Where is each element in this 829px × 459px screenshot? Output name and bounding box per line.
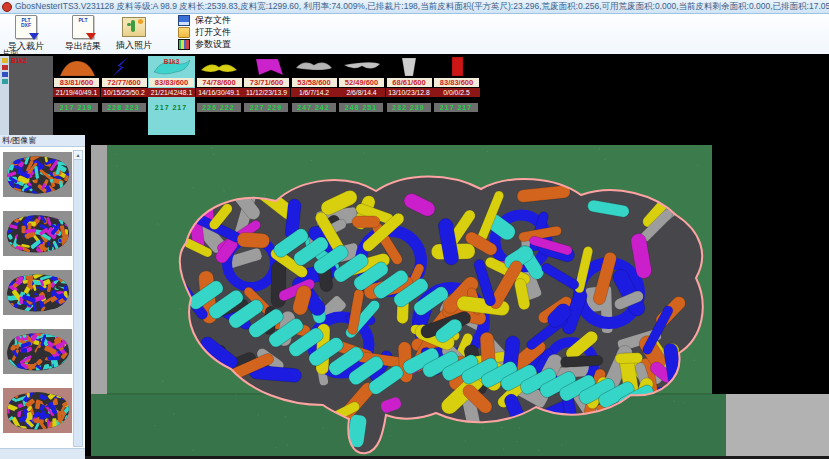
piece-shape-icon bbox=[389, 57, 429, 77]
insert-photo-button[interactable]: 插入照片 bbox=[108, 15, 160, 53]
piece-size-label: 74/78/600 bbox=[197, 78, 242, 87]
window-title: GbosNesterITS3.V231128 皮料等级:A 98.9 皮料长:2… bbox=[15, 1, 829, 13]
nest-preview-image bbox=[3, 329, 72, 374]
leather-photo bbox=[85, 143, 829, 459]
photo-icon bbox=[122, 17, 146, 37]
export-file-icon: PLT bbox=[72, 15, 94, 39]
piece-count-label: 1/6/7/14.2 bbox=[291, 88, 338, 97]
pieces-strip-panel: 片面 B1k2 83/81/600 21/19/40/49.1 217 219 … bbox=[0, 54, 829, 135]
strip-gray-zone bbox=[9, 56, 53, 135]
export-arrow-icon bbox=[86, 33, 96, 40]
piece-chip-value: 248 251 bbox=[339, 103, 383, 112]
piece-cell[interactable]: 73/71/600 11/12/23/13.9 227 229 bbox=[243, 56, 290, 135]
export-result-label: 导出结果 bbox=[57, 40, 109, 53]
settings-icon bbox=[178, 39, 190, 50]
export-result-button[interactable]: PLT 导出结果 bbox=[57, 15, 109, 53]
mini-tool-blue-icon[interactable] bbox=[2, 72, 8, 77]
save-file-button[interactable]: 保存文件 bbox=[178, 15, 231, 26]
app-logo-icon bbox=[2, 2, 12, 12]
save-icon bbox=[178, 15, 190, 26]
piece-shape-icon bbox=[57, 57, 97, 77]
piece-shape-icon bbox=[437, 57, 477, 77]
piece-size-label: 68/61/600 bbox=[387, 78, 432, 87]
toolbar: PLT DXF 导入裁片 PLT 导出结果 插入照片 保存文件 bbox=[0, 14, 829, 55]
piece-count-label: 11/12/23/13.9 bbox=[243, 88, 290, 97]
material-thumbnail[interactable] bbox=[3, 270, 72, 315]
import-file-icon: PLT DXF bbox=[15, 15, 37, 39]
piece-chip-value: 217 217 bbox=[149, 103, 193, 112]
piece-chip-value: 228 223 bbox=[102, 103, 146, 112]
application-window: { "window": { "title": "GbosNesterITS3.V… bbox=[0, 0, 829, 459]
sun-icon bbox=[138, 19, 143, 24]
piece-count-label: 2/6/8/14.4 bbox=[338, 88, 385, 97]
material-thumbnail[interactable] bbox=[3, 388, 72, 433]
piece-cell[interactable]: 74/78/600 14/16/30/49.1 226 222 bbox=[196, 56, 243, 135]
import-arrow-icon bbox=[29, 33, 39, 40]
file-actions-group: 保存文件 打开文件 参数设置 bbox=[178, 15, 231, 51]
sidebar-scrollbar[interactable]: ▲ bbox=[73, 150, 83, 447]
piece-size-label: 83/83/600 bbox=[149, 78, 194, 87]
piece-size-label: 83/83/600 bbox=[434, 78, 479, 87]
open-file-button[interactable]: 打开文件 bbox=[178, 27, 231, 38]
settings-button[interactable]: 参数设置 bbox=[178, 39, 231, 50]
sidebar-bottom-strip bbox=[0, 448, 85, 459]
cactus-icon bbox=[131, 20, 135, 32]
nesting-canvas[interactable] bbox=[85, 135, 829, 459]
mini-tool-yellow-icon[interactable] bbox=[2, 58, 8, 63]
piece-shape-icon bbox=[104, 57, 144, 77]
piece-size-label: 83/81/600 bbox=[54, 78, 99, 87]
nest-preview-image bbox=[3, 388, 72, 433]
sidebar-caption: 料/图像窗 bbox=[0, 135, 85, 147]
piece-chip-value: 217 217 bbox=[434, 103, 478, 112]
nest-preview-image bbox=[3, 270, 72, 315]
scroll-up-icon[interactable]: ▲ bbox=[74, 151, 82, 160]
piece-count-label: 21/19/40/49.1 bbox=[53, 88, 100, 97]
material-thumbnail[interactable] bbox=[3, 152, 72, 197]
strip-mini-toolbar[interactable] bbox=[0, 56, 9, 135]
piece-count-label: 21/21/42/48.1 bbox=[148, 88, 195, 97]
piece-name-note: B1k2 bbox=[11, 57, 27, 64]
piece-size-label: 72/77/600 bbox=[102, 78, 147, 87]
piece-cell[interactable]: B1k3 83/83/600 21/21/42/48.1 217 217 bbox=[148, 56, 195, 135]
piece-chip-value: 227 229 bbox=[244, 103, 288, 112]
material-image-sidebar: 料/图像窗 1 2 3 4 5 ▲ bbox=[0, 135, 86, 459]
piece-count-label: 10/15/25/50.2 bbox=[101, 88, 148, 97]
piece-chip-value: 232 239 bbox=[387, 103, 431, 112]
piece-size-label: 53/58/600 bbox=[292, 78, 337, 87]
piece-chip-value: 226 222 bbox=[197, 103, 241, 112]
piece-count-label: 0/0/0/2.5 bbox=[433, 88, 480, 97]
mini-tool-red-icon[interactable] bbox=[2, 65, 8, 70]
piece-size-label: 73/71/600 bbox=[244, 78, 289, 87]
piece-shape-icon bbox=[199, 57, 239, 77]
piece-shape-icon bbox=[342, 57, 382, 77]
piece-cell[interactable]: 83/83/600 0/0/0/2.5 217 217 bbox=[433, 56, 480, 135]
piece-shape-icon bbox=[247, 57, 287, 77]
piece-cell[interactable]: 83/81/600 21/19/40/49.1 217 219 bbox=[53, 56, 100, 135]
insert-photo-label: 插入照片 bbox=[108, 39, 160, 52]
piece-cell[interactable]: 53/58/600 1/6/7/14.2 247 242 bbox=[291, 56, 338, 135]
import-file-icon-text: PLT DXF bbox=[16, 16, 36, 28]
piece-size-label: 52/49/600 bbox=[339, 78, 384, 87]
material-thumbnail[interactable] bbox=[3, 211, 72, 256]
piece-cell[interactable]: 72/77/600 10/15/25/50.2 228 223 bbox=[101, 56, 148, 135]
piece-cell-name: B1k3 bbox=[148, 58, 195, 65]
nest-preview-image bbox=[3, 152, 72, 197]
piece-shape-icon bbox=[294, 57, 334, 77]
piece-chip-value: 217 219 bbox=[54, 103, 98, 112]
title-bar: GbosNesterITS3.V231128 皮料等级:A 98.9 皮料长:2… bbox=[0, 0, 829, 14]
mini-tool-teal-icon[interactable] bbox=[2, 79, 8, 84]
settings-label: 参数设置 bbox=[195, 38, 231, 51]
piece-count-label: 13/10/23/12.8 bbox=[386, 88, 433, 97]
folder-icon bbox=[178, 27, 190, 38]
material-thumbnail[interactable] bbox=[3, 329, 72, 374]
export-file-icon-text: PLT bbox=[73, 16, 93, 23]
nest-preview-image bbox=[3, 211, 72, 256]
piece-chip-value: 247 242 bbox=[292, 103, 336, 112]
piece-cell[interactable]: 68/61/600 13/10/23/12.8 232 239 bbox=[386, 56, 433, 135]
piece-cell[interactable]: 52/49/600 2/6/8/14.4 248 251 bbox=[338, 56, 385, 135]
piece-count-label: 14/16/30/49.1 bbox=[196, 88, 243, 97]
